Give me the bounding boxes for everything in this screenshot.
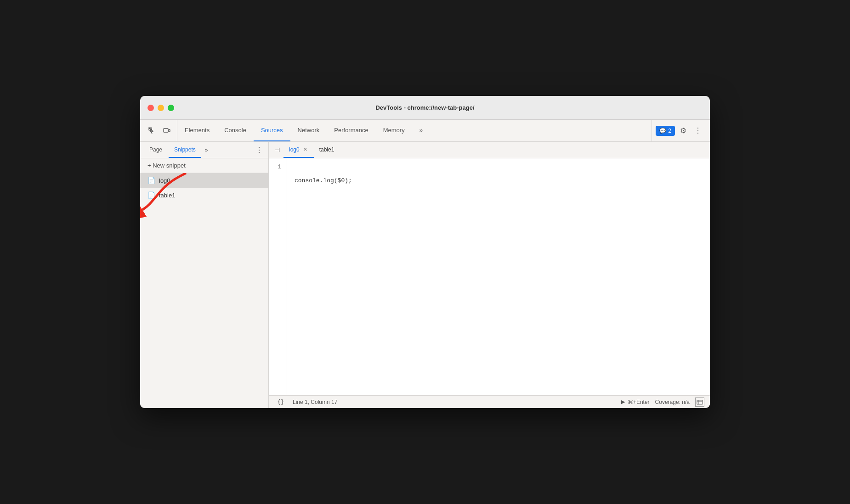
- toolbar-left-icons: [142, 120, 177, 141]
- window-title: DevTools - chrome://new-tab-page/: [375, 104, 474, 111]
- main-content: Page Snippets » ⋮ + New snippet 📄: [140, 142, 710, 408]
- tab-memory[interactable]: Memory: [376, 120, 412, 141]
- tab-network[interactable]: Network: [290, 120, 327, 141]
- messages-badge[interactable]: 💬 2: [656, 126, 675, 136]
- window-controls: [147, 105, 174, 111]
- status-right: ▶ ⌘+Enter Coverage: n/a: [621, 398, 704, 407]
- status-bar: {} Line 1, Column 17 ▶ ⌘+Enter Coverage:…: [269, 395, 710, 408]
- editor-tab-close-log0[interactable]: ✕: [302, 146, 308, 153]
- minimize-button[interactable]: [158, 105, 164, 111]
- panel-tabs: Page Snippets » ⋮: [140, 142, 268, 158]
- close-button[interactable]: [147, 105, 154, 111]
- snippet-list: 📄 log0 📄 table1: [140, 173, 268, 408]
- tab-performance[interactable]: Performance: [327, 120, 375, 141]
- more-options-icon[interactable]: ⋮: [691, 124, 704, 137]
- editor-tabs: ⊣ log0 ✕ table1: [269, 142, 710, 158]
- snippet-item-table1[interactable]: 📄 table1: [140, 188, 268, 202]
- toolbar: Elements Console Sources Network Perform…: [140, 120, 710, 142]
- title-bar: DevTools - chrome://new-tab-page/: [140, 96, 710, 120]
- line-numbers: 1: [269, 158, 287, 395]
- panel-tab-snippets[interactable]: Snippets: [169, 142, 201, 158]
- maximize-button[interactable]: [168, 105, 174, 111]
- snippet-icon-log0: 📄: [147, 177, 155, 184]
- code-content[interactable]: console.log($0);: [287, 158, 710, 395]
- cursor-position: Line 1, Column 17: [293, 399, 337, 405]
- coverage-badge-icon[interactable]: [695, 398, 704, 407]
- tab-elements[interactable]: Elements: [177, 120, 217, 141]
- device-toggle-icon[interactable]: [160, 124, 173, 137]
- code-line-1: console.log($0);: [295, 176, 703, 186]
- settings-icon[interactable]: ⚙: [677, 124, 690, 137]
- code-editor[interactable]: 1 console.log($0);: [269, 158, 710, 395]
- svg-rect-2: [169, 129, 170, 132]
- toolbar-tabs: Elements Console Sources Network Perform…: [177, 120, 652, 141]
- coverage-label: Coverage: n/a: [655, 399, 690, 405]
- snippet-item-log0[interactable]: 📄 log0: [140, 173, 268, 188]
- panel-tab-menu-icon[interactable]: ⋮: [254, 145, 265, 156]
- tab-console[interactable]: Console: [217, 120, 254, 141]
- tab-sources[interactable]: Sources: [254, 120, 290, 141]
- editor-tab-log0[interactable]: log0 ✕: [283, 142, 314, 158]
- line-number-1: 1: [274, 162, 281, 172]
- format-icon[interactable]: {}: [274, 396, 287, 409]
- messages-icon: 💬: [659, 128, 666, 134]
- messages-count: 2: [668, 128, 671, 134]
- right-panel: ⊣ log0 ✕ table1 1 console.log($0);: [269, 142, 710, 408]
- svg-rect-4: [697, 400, 703, 404]
- snippet-icon-table1: 📄: [147, 191, 155, 199]
- panel-tab-page[interactable]: Page: [144, 142, 168, 158]
- editor-toggle-sidebar-icon[interactable]: ⊣: [271, 144, 283, 157]
- status-left: {} Line 1, Column 17: [274, 396, 337, 409]
- editor-tab-table1[interactable]: table1: [314, 142, 340, 158]
- tab-more[interactable]: »: [412, 120, 430, 141]
- left-panel: Page Snippets » ⋮ + New snippet 📄: [140, 142, 269, 408]
- new-snippet-button[interactable]: + New snippet: [140, 158, 268, 173]
- inspect-icon[interactable]: [146, 124, 159, 137]
- toolbar-right: 💬 2 ⚙ ⋮: [652, 120, 708, 141]
- panel-tab-more[interactable]: »: [202, 142, 211, 158]
- run-shortcut: ⌘+Enter: [628, 399, 650, 405]
- run-icon: ▶: [621, 399, 625, 405]
- snippet-log0-container: 📄 log0: [140, 173, 268, 188]
- devtools-window: DevTools - chrome://new-tab-page/ Elemen…: [140, 96, 710, 408]
- svg-rect-1: [164, 129, 168, 132]
- run-button[interactable]: ▶ ⌘+Enter: [621, 399, 650, 405]
